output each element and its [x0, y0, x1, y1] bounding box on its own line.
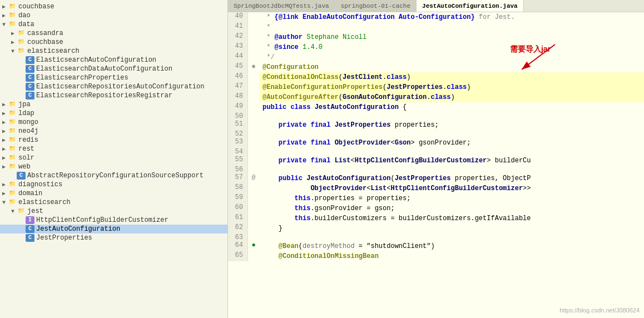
- line-number: 64: [228, 241, 248, 251]
- tree-item-jest[interactable]: ▼📁jest: [0, 207, 227, 216]
- tree-item-label: HttpClientConfigBuilderCustomizer: [36, 216, 169, 224]
- tree-item-label: elasticsearch: [18, 198, 71, 206]
- code-line-41: 41 *: [228, 22, 644, 32]
- line-code: @Bean(destroyMethod = "shutdownClient"): [259, 241, 644, 251]
- folder-arrow: ▼: [9, 48, 17, 54]
- line-code: this.properties = properties;: [259, 193, 644, 203]
- line-gutter: [248, 52, 259, 62]
- tree-item-label: ldap: [18, 110, 34, 117]
- tree-item-ElasticsearchDataAutoConfiguration[interactable]: CElasticsearchDataAutoConfiguration: [0, 64, 227, 73]
- code-line-49: 49public class JestAutoConfiguration {: [228, 102, 644, 112]
- tree-item-ElasticsearchRepositoriesRegistrar[interactable]: CElasticsearchRepositoriesRegistrar: [0, 91, 227, 100]
- code-line-64: 64● @Bean(destroyMethod = "shutdownClien…: [228, 241, 644, 251]
- tree-item-neo4j[interactable]: ▶📁neo4j: [0, 127, 227, 136]
- line-number: 50: [228, 112, 248, 120]
- tree-item-JestAutoConfiguration[interactable]: CJestAutoConfiguration: [0, 225, 227, 233]
- line-gutter: [248, 72, 259, 82]
- tree-item-AbstractRepositoryConfigurationSourceSupport[interactable]: CAbstractRepositoryConfigurationSourceSu…: [0, 171, 227, 180]
- tree-item-ldap[interactable]: ▶📁ldap: [0, 109, 227, 118]
- line-number: 40: [228, 12, 248, 22]
- line-number: 41: [228, 22, 248, 32]
- folder-arrow: ▶: [0, 128, 8, 135]
- line-code: * {@link EnableAutoConfiguration Auto-Co…: [259, 12, 644, 22]
- line-number: 61: [228, 213, 248, 223]
- line-code: [259, 233, 644, 241]
- tree-item-label: web: [18, 163, 31, 171]
- tree-item-HttpClientConfigBuilderCustomizer[interactable]: IHttpClientConfigBuilderCustomizer: [0, 216, 227, 225]
- tree-item-cassandra[interactable]: ▶📁cassandra: [0, 29, 227, 38]
- tree-item-ElasticsearchRepositoriesAutoConfiguration[interactable]: CElasticsearchRepositoriesAutoConfigurat…: [0, 82, 227, 91]
- folder-icon: 📁: [17, 29, 26, 37]
- line-code: [259, 166, 644, 173]
- tree-item-ElasticsearchAutoConfiguration[interactable]: CElasticsearchAutoConfiguration: [0, 56, 227, 64]
- code-line-56: 56: [228, 166, 644, 173]
- folder-icon: 📁: [8, 181, 17, 188]
- code-line-58: 58 ObjectProvider<List<HttpClientConfigB…: [228, 183, 644, 193]
- tree-item-couchbase2[interactable]: ▶📁couchbase: [0, 38, 227, 47]
- code-line-51: 51 private final JestProperties properti…: [228, 120, 644, 130]
- tree-item-label: redis: [18, 136, 38, 144]
- code-line-46: 46@ConditionalOnClass(JestClient.class): [228, 72, 644, 82]
- folder-icon: 📁: [8, 110, 17, 117]
- line-gutter: [248, 183, 259, 193]
- class-c-icon: C: [26, 92, 34, 100]
- line-gutter: [248, 130, 259, 138]
- line-number: 47: [228, 82, 248, 92]
- class-i-icon: I: [26, 216, 34, 224]
- tree-item-web[interactable]: ▶📁web: [0, 162, 227, 171]
- tree-item-couchbase-root[interactable]: ▶📁couchbase: [0, 2, 227, 11]
- tree-item-jpa[interactable]: ▶📁jpa: [0, 100, 227, 109]
- line-number: 43: [228, 42, 248, 52]
- tab-tab1[interactable]: SpringBootJdbcMQTests.java: [228, 0, 335, 12]
- line-gutter: [248, 148, 259, 156]
- tree-item-data[interactable]: ▼📁data: [0, 20, 227, 29]
- line-number: 62: [228, 223, 248, 233]
- no-arrow: [18, 235, 26, 241]
- code-line-50: 50: [228, 112, 644, 120]
- folder-icon: 📁: [17, 38, 26, 46]
- folder-arrow: ▶: [0, 137, 8, 143]
- line-gutter: [248, 120, 259, 130]
- tree-item-mongo[interactable]: ▶📁mongo: [0, 118, 227, 127]
- tree-item-label: couchbase: [18, 3, 55, 11]
- tree-item-domain[interactable]: ▶📁domain: [0, 189, 227, 198]
- tree-item-label: dao: [18, 12, 31, 19]
- tree-item-JestProperties[interactable]: CJestProperties: [0, 233, 227, 242]
- code-line-45: 45◉@Configuration: [228, 62, 644, 72]
- line-code: this.gsonProvider = gson;: [259, 203, 644, 213]
- no-arrow: [18, 217, 26, 223]
- tree-item-elasticsearch[interactable]: ▼📁elasticsearch: [0, 47, 227, 56]
- tab-tab2[interactable]: springboot-01-cache: [335, 0, 417, 12]
- folder-icon: 📁: [8, 21, 17, 28]
- line-code: [259, 112, 644, 120]
- class-c-icon: C: [26, 56, 34, 64]
- no-arrow: [18, 84, 26, 90]
- folder-arrow: ▶: [0, 155, 8, 161]
- line-gutter: [248, 82, 259, 92]
- folder-arrow: ▶: [0, 181, 8, 188]
- tree-item-label: neo4j: [18, 127, 38, 135]
- tree-item-elasticsearch2[interactable]: ▼📁elasticsearch: [0, 198, 227, 207]
- line-gutter: [248, 22, 259, 32]
- code-line-48: 48@AutoConfigureAfter(GsonAutoConfigurat…: [228, 92, 644, 102]
- tree-item-dao[interactable]: ▶📁dao: [0, 11, 227, 20]
- tree-item-diagnostics[interactable]: ▶📁diagnostics: [0, 180, 227, 189]
- tree-item-rest[interactable]: ▶📁rest: [0, 145, 227, 153]
- tree-item-redis[interactable]: ▶📁redis: [0, 136, 227, 145]
- line-code: @ConditionalOnClass(JestClient.class): [259, 72, 644, 82]
- tree-item-label: JestAutoConfiguration: [36, 225, 120, 233]
- line-number: 58: [228, 183, 248, 193]
- tree-item-ElasticsearchProperties[interactable]: CElasticsearchProperties: [0, 73, 227, 82]
- file-tree: ▶📁couchbase▶📁dao▼📁data▶📁cassandra▶📁couch…: [0, 0, 228, 318]
- tab-tab3[interactable]: JestAutoConfiguration.java: [417, 0, 524, 12]
- line-number: 54: [228, 148, 248, 156]
- no-arrow: [18, 226, 26, 232]
- tree-item-solr[interactable]: ▶📁solr: [0, 153, 227, 162]
- line-code: [259, 148, 644, 156]
- no-arrow: [18, 93, 26, 99]
- line-code: @ConditionalOnMissingBean: [259, 251, 644, 261]
- line-gutter: [248, 223, 259, 233]
- tree-item-label: ElasticsearchRepositoriesAutoConfigurati…: [36, 83, 204, 91]
- line-gutter: ●: [248, 241, 259, 251]
- line-gutter: [248, 193, 259, 203]
